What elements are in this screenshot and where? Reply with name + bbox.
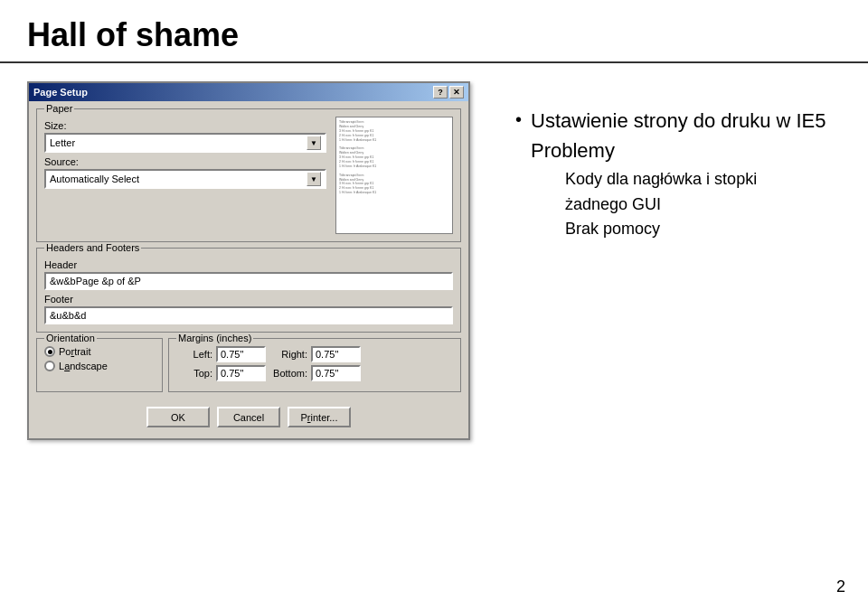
bottom-section: Orientation Portrait Landscape Margins (… [36,338,461,398]
left-margin-row: Left: [176,346,266,362]
footer-label: Footer [44,294,453,305]
paper-preview: Titleranrapid form Walton and Gerry 3 Hi… [335,117,453,234]
bullet-dot: • [515,110,522,128]
portrait-label: Portrait [59,346,90,357]
sub-bullet-3: Brak pomocy [558,219,826,239]
source-select[interactable]: Automatically Select ▼ [44,169,326,189]
paper-group-label: Paper [44,103,74,114]
page-header: Hall of shame [0,0,868,63]
titlebar-buttons: ? ✕ [433,86,464,99]
margins-top-row: Left: Right: [176,346,453,365]
paper-group: Paper Size: Letter ▼ Source: Automatical… [36,108,461,242]
top-margin-label: Top: [176,368,212,379]
header-footer-group: Headers and Footers Header Footer [36,248,461,333]
page-number: 2 [836,577,845,596]
printer-button[interactable]: Printer... [288,407,351,427]
cancel-button[interactable]: Cancel [217,407,280,427]
header-label: Header [44,259,453,270]
help-button[interactable]: ? [433,86,448,99]
dialog-titlebar: Page Setup ? ✕ [29,83,468,101]
header-footer-group-label: Headers and Footers [44,242,141,253]
dialog-title: Page Setup [33,87,88,98]
sub-bullets: Kody dla nagłówka i stopki żadnego GUI B… [558,169,826,239]
margins-label: Margins (inches) [176,333,253,343]
paper-content: Size: Letter ▼ Source: Automatically Sel… [44,117,453,234]
landscape-label: Landscape [59,361,108,371]
size-select-value: Letter [50,137,307,148]
size-label: Size: [44,120,326,131]
main-bullet-text: Ustawienie strony do druku w IE5 [531,108,826,135]
orientation-label: Orientation [44,333,97,343]
size-select[interactable]: Letter ▼ [44,133,326,153]
left-margin-label: Left: [176,349,212,360]
close-button[interactable]: ✕ [449,86,464,99]
margins-bottom-row: Top: Bottom: [176,365,453,384]
header-input[interactable] [44,272,453,290]
landscape-radio[interactable] [44,361,55,371]
dialog-area: Page Setup ? ✕ Paper Size: Letter [27,81,479,440]
source-select-value: Automatically Select [50,174,307,184]
sub-bullet-1: Kody dla nagłówka i stopki [558,169,826,190]
preview-lines: Titleranrapid form Walton and Gerry 3 Hi… [339,120,449,195]
right-panel: • Ustawienie strony do druku w IE5 Probl… [497,81,841,440]
portrait-radio[interactable] [44,346,55,357]
right-margin-input[interactable] [311,346,361,362]
right-margin-label: Right: [271,349,307,360]
right-margin-row: Right: [271,346,361,362]
top-margin-row: Top: [176,365,266,381]
top-margin-input[interactable] [216,365,266,381]
sub-bullet-text-3: Brak pomocy [565,219,660,239]
bottom-margin-label: Bottom: [271,368,307,379]
button-row: OK Cancel Printer... [36,403,461,431]
sub-bullet-2: żadnego GUI [558,194,826,215]
portrait-option[interactable]: Portrait [44,346,155,357]
sub-bullet-text-2: żadnego GUI [565,194,661,215]
orientation-group: Orientation Portrait Landscape [36,338,163,392]
source-select-arrow[interactable]: ▼ [307,172,321,186]
sub-bullet-text-1: Kody dla nagłówka i stopki [565,169,757,190]
bottom-margin-row: Bottom: [271,365,361,381]
paper-left: Size: Letter ▼ Source: Automatically Sel… [44,117,326,234]
dialog-body: Paper Size: Letter ▼ Source: Automatical… [29,101,468,438]
page-title: Hall of shame [27,16,841,54]
bottom-margin-input[interactable] [311,365,361,381]
size-select-arrow[interactable]: ▼ [307,136,321,150]
source-label: Source: [44,156,326,167]
page-setup-dialog: Page Setup ? ✕ Paper Size: Letter [27,81,470,440]
main-content: Page Setup ? ✕ Paper Size: Letter [0,72,868,449]
sub-heading: Problemy [531,138,826,164]
landscape-option[interactable]: Landscape [44,361,155,371]
bullet-content: Ustawienie strony do druku w IE5 Problem… [531,108,826,243]
footer-input[interactable] [44,306,453,324]
left-margin-input[interactable] [216,346,266,362]
ok-button[interactable]: OK [146,407,210,427]
main-bullet: • Ustawienie strony do druku w IE5 Probl… [515,108,832,243]
margins-group: Margins (inches) Left: Right: [168,338,461,392]
